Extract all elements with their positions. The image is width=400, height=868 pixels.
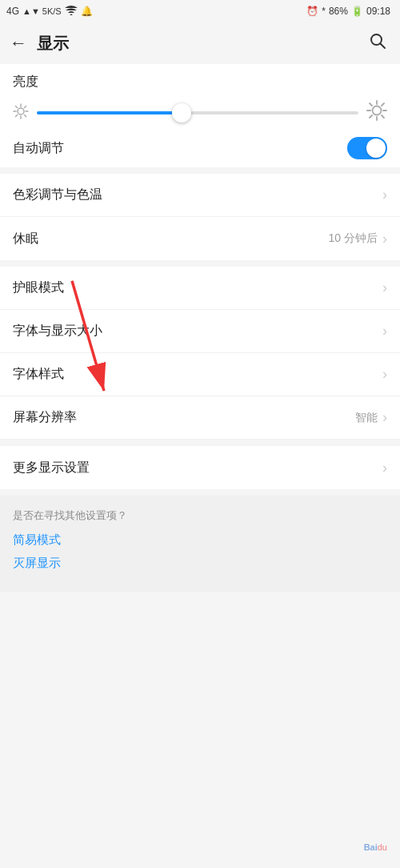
suggestion-link-easy[interactable]: 简易模式 [13,532,387,548]
auto-adjust-row: 自动调节 [13,126,387,167]
slider-thumb[interactable] [172,103,191,123]
svg-point-11 [373,106,382,115]
fontstyle-setting-row[interactable]: 字体样式 › [0,353,400,396]
auto-adjust-label: 自动调节 [13,140,347,157]
fontsize-label: 字体与显示大小 [13,323,382,340]
status-right: ⏰ * 86% 🔋 09:18 [306,6,390,17]
toggle-knob [366,139,386,158]
suggestion-link-dark[interactable]: 灭屏显示 [13,556,387,571]
status-bar: 4G ▲▼ 5K/S 🔔 ⏰ * 86% 🔋 09:18 [0,0,400,22]
resolution-label: 屏幕分辨率 [13,409,355,426]
more-settings-label: 更多显示设置 [13,460,382,476]
fontsize-setting-row[interactable]: 字体与显示大小 › [0,310,400,353]
sun-small-icon [13,103,29,123]
more-settings-row[interactable]: 更多显示设置 › [0,446,400,489]
svg-line-19 [370,115,372,118]
back-button[interactable]: ← [10,30,34,57]
chevron-icon-fontsize: › [382,323,387,340]
watermark: Baidu [364,842,387,852]
settings-group-3: 更多显示设置 › [0,446,400,489]
svg-line-10 [16,115,18,116]
color-label: 色彩调节与色温 [13,187,382,203]
svg-point-2 [18,108,24,115]
status-left: 4G ▲▼ 5K/S 🔔 [6,6,93,18]
svg-line-8 [25,115,26,116]
chevron-icon-more: › [382,460,387,476]
brightness-section: 亮度 [0,64,400,167]
color-setting-row[interactable]: 色彩调节与色温 › [0,174,400,217]
fontstyle-label: 字体样式 [13,366,382,383]
network-label: 4G [6,6,19,17]
suggestion-hint: 是否在寻找其他设置项？ [13,508,387,523]
sleep-value: 10 分钟后 [329,231,378,246]
slider-fill [37,111,182,115]
svg-line-17 [382,115,384,118]
signal-icon: ▲▼ 5K/S [22,6,62,16]
bell-icon: 🔔 [81,6,93,17]
sleep-setting-row[interactable]: 休眠 10 分钟后 › [0,217,400,260]
battery-icon: 🔋 [351,6,363,17]
sun-large-icon [366,100,387,126]
brightness-row [13,100,387,126]
resolution-setting-row[interactable]: 屏幕分辨率 智能 › [0,396,400,440]
svg-line-1 [381,44,386,49]
brightness-slider[interactable] [37,111,358,115]
sleep-label: 休眠 [13,231,329,247]
svg-line-7 [16,106,18,107]
svg-line-18 [382,103,384,106]
suggestion-box: 是否在寻找其他设置项？ 简易模式 灭屏显示 [0,496,400,592]
search-button[interactable] [365,28,390,58]
eyecare-setting-row[interactable]: 护眼模式 › [0,267,400,310]
bluetooth-icon: * [322,6,326,17]
time-label: 09:18 [366,6,390,17]
chevron-icon: › [382,187,387,203]
settings-group-1: 色彩调节与色温 › 休眠 10 分钟后 › [0,174,400,260]
auto-adjust-toggle[interactable] [347,137,387,159]
svg-line-16 [370,103,372,106]
chevron-icon-eyecare: › [382,279,387,296]
battery-label: 86% [329,6,348,17]
brightness-label: 亮度 [13,74,387,90]
resolution-value: 智能 [355,411,378,425]
app-bar: ← 显示 [0,22,400,64]
wifi-icon [65,6,78,18]
clock-icon: ⏰ [306,6,318,17]
chevron-icon-fontstyle: › [382,366,387,383]
eyecare-label: 护眼模式 [13,279,382,296]
chevron-icon-resolution: › [382,409,387,426]
settings-group-2: 护眼模式 › 字体与显示大小 › 字体样式 › 屏幕分辨率 智能 › [0,267,400,440]
svg-line-9 [25,106,26,107]
chevron-icon-sleep: › [382,231,387,247]
page-title: 显示 [37,33,365,54]
